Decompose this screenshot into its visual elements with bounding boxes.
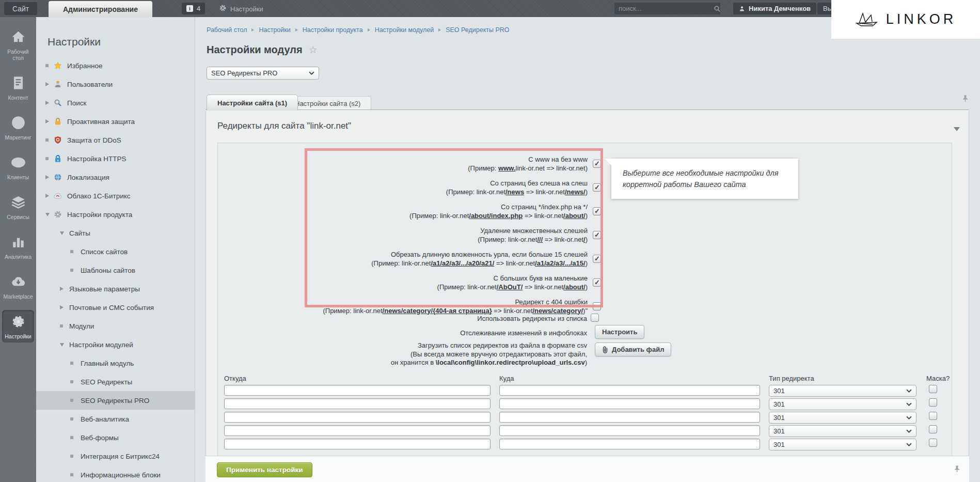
breadcrumb-link[interactable]: Настройки продукта [303,26,363,34]
redirect-to-input-4[interactable] [499,425,760,436]
redirect-to-input-5[interactable] [499,439,760,449]
menu-item-search[interactable]: Поиск [36,94,195,112]
tree-collapsed-icon[interactable] [45,119,49,123]
menu-item-https[interactable]: sНастройка HTTPS [36,149,195,168]
add-file-button[interactable]: Добавить файл [595,343,671,356]
tree-expanded-icon[interactable] [60,231,64,235]
gear-gray-icon [54,210,62,219]
configure-button[interactable]: Настроить [595,325,644,339]
menu-item-favorites[interactable]: Избранное [36,56,195,75]
rail-item-marketing[interactable]: Маркетинг [2,111,34,144]
rail-item-desktop[interactable]: Рабочий стол [2,25,34,64]
menu-item-seo-redirects[interactable]: SEO Редиректы [36,372,195,391]
option-checkbox-multi-slash[interactable] [593,231,601,239]
redirect-to-input-1[interactable] [499,385,760,396]
menu-item-module-settings[interactable]: Настройки модулей [36,335,195,354]
tree-collapsed-icon[interactable] [45,194,49,198]
mask-checkbox-5[interactable] [929,439,937,447]
redirect-to-input-3[interactable] [499,412,760,423]
menu-item-bitrix24[interactable]: Интеграция с Битрикс24 [36,447,195,465]
section-collapse-icon[interactable] [954,127,960,131]
search-input[interactable] [614,5,714,12]
tree-collapsed-icon[interactable] [45,101,49,105]
topbar-settings-button[interactable]: Настройки [219,4,263,14]
breadcrumb-link[interactable]: SEO Редиректы PRO [446,26,509,34]
redirect-from-input-3[interactable] [224,412,491,423]
globe-icon [54,173,62,181]
menu-item-proactive[interactable]: Проактивная защита [36,112,195,131]
search-icon[interactable] [714,5,725,12]
redirect-from-input-4[interactable] [224,425,491,436]
option-checkbox-long-url[interactable] [593,255,601,263]
breadcrumb-link[interactable]: Настройки модулей [375,26,434,34]
option-checkbox-trailing-slash[interactable] [593,183,601,192]
menu-item-site-list[interactable]: Список сайтов [36,242,195,261]
redirect-type-select-2[interactable]: 301 [769,398,916,410]
menu-item-site-templates[interactable]: Шаблоны сайтов [36,261,195,279]
tree-collapsed-icon[interactable] [60,305,64,309]
tree-expanded-icon[interactable] [45,213,50,216]
bullet-icon [70,269,73,272]
user-button[interactable]: Никита Демченков [733,3,816,14]
menu-item-lang-params[interactable]: Языковые параметры [36,279,195,298]
mask-checkbox-1[interactable] [929,385,937,393]
redirect-type-select-1[interactable]: 301 [769,385,916,397]
favorite-star-icon[interactable]: ☆ [309,45,318,55]
option-label: Обрезать длинную вложенность урла, если … [371,251,588,259]
menu-item-label: Главный модуль [81,360,134,367]
mask-checkbox-2[interactable] [929,398,937,407]
menu-item-modules[interactable]: Модули [36,317,195,335]
menu-item-infoblocks[interactable]: Информационные блоки [36,465,195,482]
menu-item-cloud-1c[interactable]: Облако 1С-Битрикс [36,186,195,205]
menu-item-web-forms[interactable]: Веб-формы [36,428,195,447]
menu-item-seo-redirects-pro[interactable]: SEO Редиректы PRO [36,391,195,410]
menu-item-localization[interactable]: Локализация [36,168,195,186]
infoblocks-label: Отслеживание изменений в инфоблоках [218,329,587,338]
menu-item-ddos[interactable]: Защита от DDoS [36,131,195,149]
tree-expanded-icon[interactable] [60,343,64,347]
mask-checkbox-3[interactable] [929,412,937,420]
rail-item-marketplace[interactable]: Marketplace [2,270,34,303]
redirect-type-select-4[interactable]: 301 [769,425,916,437]
rail-item-analytics[interactable]: Аналитика [2,230,34,263]
menu-item-main-module[interactable]: Главный модуль [36,354,195,372]
notifications-button[interactable]: i 4 [182,3,205,14]
menu-item-product-settings[interactable]: Настройки продукта [36,205,195,224]
menu-item-sites[interactable]: Сайты [36,224,195,242]
settings-panel: Редиректы для сайта "link-or.net" С www … [206,111,969,456]
tab-site-s1[interactable]: Настройки сайта (s1) [207,95,298,111]
tree-collapsed-icon[interactable] [45,82,49,86]
redirect-type-select-5[interactable]: 301 [769,439,916,450]
tree-collapsed-icon[interactable] [45,175,49,179]
option-checkbox-index-php[interactable] [593,207,601,215]
redirect-from-input-2[interactable] [224,398,491,409]
tree-collapsed-icon[interactable] [60,287,64,291]
redirect-type-select-3[interactable]: 301 [769,412,916,424]
option-example: (Пример: www.link-or.net => link-or.net) [468,164,588,173]
redirect-to-input-2[interactable] [499,398,760,409]
option-checkbox-lowercase[interactable] [593,278,601,287]
rail-item-settings[interactable]: Настройки [2,310,34,343]
menu-item-users[interactable]: Пользователи [36,75,195,94]
use-list-checkbox[interactable] [591,314,599,322]
apply-settings-button[interactable]: Применить настройки [217,462,312,477]
services-icon [11,195,26,211]
module-select[interactable]: SEO Редиректы PRO [207,67,319,80]
option-checkbox-redirect-404[interactable] [593,302,601,310]
tab-site[interactable]: Сайт [4,2,37,15]
menu-item-web-analytics[interactable]: Веб-аналитика [36,410,195,428]
rail-item-content[interactable]: Контент [2,71,34,104]
menu-item-mail-sms[interactable]: Почтовые и СМС события [36,298,195,317]
linkor-logo: LINKOR [831,0,980,39]
redirect-from-input-5[interactable] [224,439,491,449]
rail-item-services[interactable]: Сервисы [2,191,34,223]
pin-icon[interactable] [953,465,961,474]
tab-administration[interactable]: Администрирование [49,1,152,17]
breadcrumb-link[interactable]: Рабочий стол [207,26,247,34]
mask-checkbox-4[interactable] [929,425,937,433]
rail-item-clients[interactable]: 24Клиенты [2,151,34,183]
redirect-from-input-1[interactable] [224,385,491,396]
breadcrumb-link[interactable]: Настройки [259,26,290,34]
option-checkbox-www[interactable] [593,160,601,168]
pin-icon[interactable] [961,95,969,103]
